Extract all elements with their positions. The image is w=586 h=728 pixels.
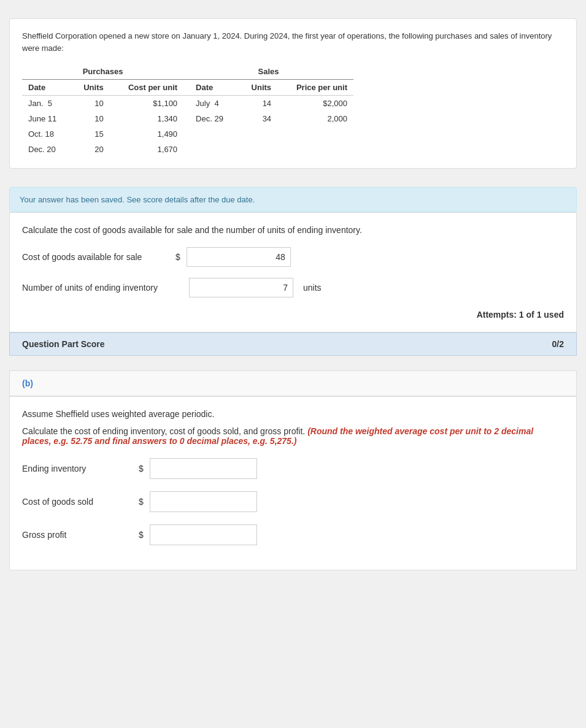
- s-units-2: 34: [239, 111, 277, 126]
- s-empty-2: [239, 126, 277, 142]
- gross-profit-input[interactable]: [150, 524, 257, 545]
- p-units-3: 15: [71, 126, 110, 142]
- part-b-instruction: Calculate the cost of ending inventory, …: [22, 426, 564, 446]
- s-price-1: $2,000: [277, 96, 353, 112]
- table-row: June 11 10 1,340 Dec. 29 34 2,000: [22, 111, 353, 126]
- inventory-card: Sheffield Corporation opened a new store…: [9, 18, 577, 169]
- s-empty-4: [183, 142, 239, 157]
- p-cost-1: $1,100: [110, 96, 183, 112]
- part-a-question: Calculate the cost of goods available fo…: [22, 225, 564, 235]
- part-b-label: (b): [22, 378, 33, 388]
- cost-goods-sold-dollar: $: [139, 497, 144, 507]
- gross-profit-row: Gross profit $: [22, 524, 564, 545]
- s-empty-5: [239, 142, 277, 157]
- cost-goods-sold-label: Cost of goods sold: [22, 497, 133, 507]
- inventory-table: Purchases Sales Date Units Cost per unit…: [22, 64, 353, 157]
- cost-goods-dollar: $: [175, 252, 180, 262]
- cost-goods-label: Cost of goods available for sale: [22, 252, 169, 262]
- s-units-1: 14: [239, 96, 277, 112]
- p-month-4: Dec. 20: [22, 142, 71, 157]
- banner-text: Your answer has been saved. See score de…: [20, 195, 255, 204]
- col-sale-units: Units: [239, 80, 277, 96]
- answer-banner: Your answer has been saved. See score de…: [9, 187, 577, 212]
- col-sale-date: Date: [183, 80, 239, 96]
- gross-profit-label: Gross profit: [22, 530, 133, 540]
- ending-inventory-label: Ending inventory: [22, 464, 133, 473]
- table-row: Dec. 20 20 1,670: [22, 142, 353, 157]
- p-units-2: 10: [71, 111, 110, 126]
- units-ending-label: Number of units of ending inventory: [22, 283, 169, 293]
- p-units-1: 10: [71, 96, 110, 112]
- score-bar: Question Part Score 0/2: [9, 332, 577, 356]
- p-cost-2: 1,340: [110, 111, 183, 126]
- ending-inventory-input[interactable]: [150, 458, 257, 479]
- sales-header: Sales: [183, 64, 353, 80]
- p-month-1: Jan. 5: [22, 96, 71, 112]
- table-row: Jan. 5 10 $1,100 July 4 14 $2,000: [22, 96, 353, 112]
- purchases-header: Purchases: [22, 64, 183, 80]
- col-sale-price: Price per unit: [277, 80, 353, 96]
- s-empty-6: [277, 142, 353, 157]
- score-bar-value: 0/2: [552, 339, 564, 349]
- ending-inventory-dollar: $: [139, 464, 144, 473]
- attempts-text: Attempts: 1 of 1 used: [477, 310, 564, 320]
- part-b-container: Assume Sheffield uses weighted average p…: [9, 396, 577, 570]
- score-bar-label: Question Part Score: [22, 339, 105, 349]
- part-a-container: Calculate the cost of goods available fo…: [9, 212, 577, 332]
- p-month-2: June 11: [22, 111, 71, 126]
- cost-goods-input[interactable]: [187, 247, 291, 267]
- cost-goods-sold-row: Cost of goods sold $: [22, 491, 564, 512]
- instruction-normal: Calculate the cost of ending inventory, …: [22, 426, 305, 436]
- s-price-2: 2,000: [277, 111, 353, 126]
- units-ending-row: Number of units of ending inventory unit…: [22, 278, 564, 297]
- p-cost-3: 1,490: [110, 126, 183, 142]
- s-month-1: July 4: [183, 96, 239, 112]
- units-ending-input[interactable]: [189, 278, 293, 297]
- units-label: units: [303, 283, 322, 293]
- col-purchase-cost: Cost per unit: [110, 80, 183, 96]
- s-month-2: Dec. 29: [183, 111, 239, 126]
- p-cost-4: 1,670: [110, 142, 183, 157]
- s-empty-3: [277, 126, 353, 142]
- cost-goods-row: Cost of goods available for sale $: [22, 247, 564, 267]
- s-empty-1: [183, 126, 239, 142]
- ending-inventory-row: Ending inventory $: [22, 458, 564, 479]
- gross-profit-dollar: $: [139, 530, 144, 540]
- card-description: Sheffield Corporation opened a new store…: [22, 30, 564, 54]
- p-month-3: Oct. 18: [22, 126, 71, 142]
- col-purchase-date: Date: [22, 80, 71, 96]
- cost-goods-sold-input[interactable]: [150, 491, 257, 512]
- col-purchase-units: Units: [71, 80, 110, 96]
- part-b-header: (b): [9, 370, 577, 396]
- part-b-intro: Assume Sheffield uses weighted average p…: [22, 409, 564, 419]
- table-row: Oct. 18 15 1,490: [22, 126, 353, 142]
- p-units-4: 20: [71, 142, 110, 157]
